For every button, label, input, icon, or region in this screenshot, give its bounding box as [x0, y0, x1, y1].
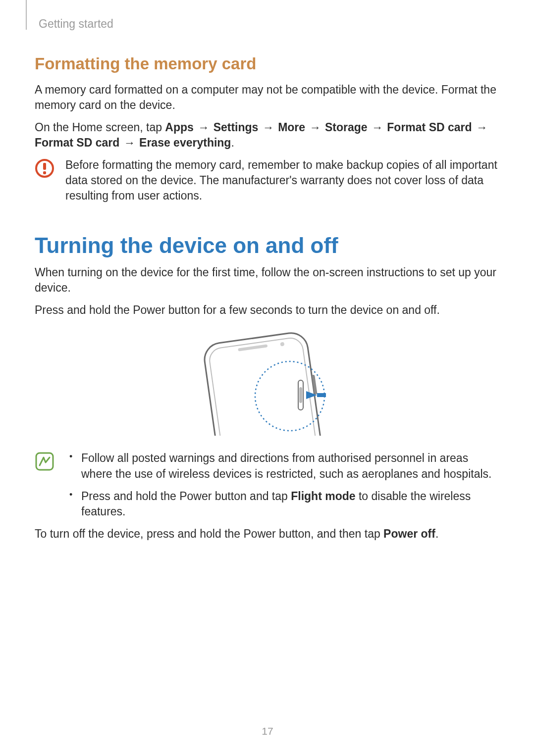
- text: .: [435, 527, 438, 540]
- ui-label: Flight mode: [291, 490, 355, 503]
- heading-turning-device: Turning the device on and off: [35, 233, 500, 258]
- arrow-icon: →: [197, 121, 210, 134]
- text: Press and hold the Power button and tap: [81, 490, 291, 503]
- arrow-icon: →: [123, 136, 136, 149]
- paragraph: To turn off the device, press and hold t…: [35, 526, 500, 542]
- list-item: Press and hold the Power button and tap …: [65, 489, 500, 519]
- paragraph: Press and hold the Power button for a fe…: [35, 302, 500, 318]
- svg-rect-2: [43, 171, 46, 174]
- note-list: Follow all posted warnings and direction…: [65, 451, 500, 526]
- note-callout: Follow all posted warnings and direction…: [35, 451, 500, 526]
- svg-rect-10: [299, 387, 302, 403]
- text: To turn off the device, press and hold t…: [35, 527, 383, 540]
- paragraph-path: On the Home screen, tap Apps → Settings …: [35, 120, 500, 151]
- list-item: Follow all posted warnings and direction…: [65, 451, 500, 481]
- ui-label: Power off: [383, 527, 435, 540]
- page-number: 17: [0, 725, 535, 737]
- note-icon: [35, 452, 54, 471]
- svg-rect-12: [317, 393, 326, 397]
- path-step: Format SD card: [35, 136, 119, 149]
- path-step: Storage: [325, 121, 368, 134]
- warning-text: Before formatting the memory card, remem…: [65, 157, 500, 203]
- svg-rect-1: [43, 163, 46, 170]
- arrow-icon: →: [262, 121, 275, 134]
- text: On the Home screen, tap: [35, 121, 165, 134]
- device-power-figure: [35, 327, 500, 438]
- path-step: More: [278, 121, 305, 134]
- subheading-formatting: Formatting the memory card: [35, 54, 500, 73]
- path-step: Settings: [214, 121, 259, 134]
- paragraph: A memory card formatted on a computer ma…: [35, 82, 500, 113]
- path-step: Format SD card: [387, 121, 472, 134]
- warning-callout: Before formatting the memory card, remem…: [35, 157, 500, 203]
- arrow-icon: →: [475, 121, 488, 134]
- arrow-icon: →: [371, 121, 384, 134]
- path-step: Apps: [165, 121, 194, 134]
- path-step: Erase everything: [139, 136, 231, 149]
- page-content: Getting started Formatting the memory ca…: [0, 0, 535, 542]
- running-header: Getting started: [39, 17, 500, 31]
- caution-icon: [35, 158, 54, 178]
- arrow-icon: →: [309, 121, 322, 134]
- paragraph: When turning on the device for the first…: [35, 265, 500, 296]
- header-rule: [26, 0, 27, 30]
